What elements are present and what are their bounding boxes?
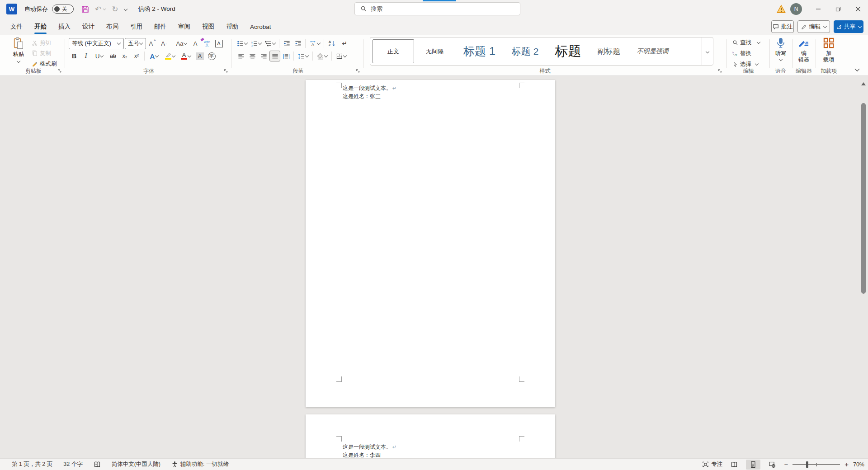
increase-indent-button[interactable] bbox=[292, 38, 303, 49]
tab-review[interactable]: 审阅 bbox=[172, 18, 196, 35]
style-heading-2[interactable]: 标题 2 bbox=[504, 45, 547, 58]
style-subtitle[interactable]: 副标题 bbox=[589, 46, 628, 56]
enclose-characters-button[interactable]: 字 bbox=[206, 51, 217, 61]
word-count-status[interactable]: 32 个字 bbox=[63, 461, 82, 468]
tab-view[interactable]: 视图 bbox=[196, 18, 220, 35]
font-size-combo[interactable]: 五号 bbox=[125, 38, 146, 49]
styles-dialog-launcher[interactable] bbox=[717, 68, 722, 73]
shading-button[interactable] bbox=[315, 51, 330, 61]
subscript-button[interactable]: x₂ bbox=[119, 51, 130, 61]
strikethrough-button[interactable]: ab bbox=[108, 51, 118, 61]
proofing-status[interactable] bbox=[94, 461, 101, 468]
tab-mailings[interactable]: 邮件 bbox=[148, 18, 172, 35]
search-input[interactable] bbox=[371, 5, 506, 12]
tab-design[interactable]: 设计 bbox=[76, 18, 100, 35]
zoom-slider-thumb[interactable] bbox=[806, 461, 808, 468]
comments-button[interactable]: 批注 bbox=[771, 20, 794, 33]
word-app-icon[interactable]: W bbox=[6, 4, 17, 14]
focus-mode-button[interactable]: 专注 bbox=[702, 461, 722, 468]
zoom-level[interactable]: 70% bbox=[853, 461, 864, 468]
dictate-button[interactable]: 听写 bbox=[770, 37, 792, 61]
bullets-button[interactable] bbox=[236, 38, 249, 49]
redo-button[interactable]: ↻ bbox=[112, 5, 118, 14]
tab-insert[interactable]: 插入 bbox=[52, 18, 76, 35]
italic-button[interactable]: I bbox=[80, 51, 91, 61]
grow-font-button[interactable]: A^ bbox=[147, 38, 158, 49]
clipboard-dialog-launcher[interactable] bbox=[57, 68, 62, 73]
style-heading-1[interactable]: 标题 1 bbox=[455, 44, 504, 59]
tab-home[interactable]: 开始 bbox=[28, 18, 52, 35]
editor-button[interactable]: 编 辑器 bbox=[793, 37, 815, 63]
warning-icon[interactable] bbox=[777, 5, 786, 14]
zoom-slider[interactable] bbox=[793, 461, 840, 468]
numbering-button[interactable]: 123 bbox=[250, 38, 263, 49]
highlight-color-button[interactable] bbox=[163, 51, 178, 61]
style-subtle-emphasis[interactable]: 不明显强调 bbox=[628, 47, 676, 56]
language-status[interactable]: 简体中文(中国大陆) bbox=[112, 461, 160, 468]
tab-file[interactable]: 文件 bbox=[5, 18, 28, 35]
read-mode-button[interactable] bbox=[727, 460, 741, 470]
document-page-1[interactable]: 这是一段测试文本。↵ 这是姓名：张三 bbox=[306, 80, 555, 407]
font-name-combo[interactable]: 等线 (中文正文) bbox=[69, 38, 124, 49]
justify-button[interactable] bbox=[269, 51, 280, 61]
search-box[interactable] bbox=[354, 2, 520, 15]
line-spacing-button[interactable] bbox=[296, 51, 311, 61]
paragraph-text[interactable]: 这是姓名：李四 bbox=[343, 451, 381, 458]
vertical-scrollbar[interactable] bbox=[861, 103, 866, 294]
tab-layout[interactable]: 布局 bbox=[100, 18, 124, 35]
font-dialog-launcher[interactable] bbox=[223, 68, 228, 73]
style-no-spacing[interactable]: 无间隔 bbox=[414, 47, 455, 56]
minimize-button[interactable] bbox=[808, 0, 828, 18]
paragraph-text[interactable]: 这是一段测试文本。↵ bbox=[343, 85, 396, 92]
underline-button[interactable]: U bbox=[92, 51, 107, 61]
zoom-out-button[interactable]: − bbox=[784, 461, 788, 468]
character-shading-button[interactable]: A bbox=[194, 51, 205, 61]
replace-button[interactable]: b c 替换 bbox=[731, 49, 761, 58]
cut-button[interactable]: 剪切 bbox=[31, 38, 58, 47]
style-normal[interactable]: 正文 bbox=[373, 39, 414, 63]
sort-button[interactable]: A Z bbox=[326, 38, 339, 49]
save-button[interactable] bbox=[81, 5, 90, 14]
align-center-button[interactable] bbox=[247, 51, 258, 61]
page-number-status[interactable]: 第 1 页，共 2 页 bbox=[12, 461, 52, 468]
account-avatar[interactable]: N bbox=[790, 3, 802, 15]
style-title[interactable]: 标题 bbox=[547, 42, 589, 61]
addins-button[interactable]: 加 载项 bbox=[816, 37, 841, 63]
superscript-button[interactable]: x² bbox=[131, 51, 142, 61]
editing-mode-button[interactable]: 编辑 bbox=[797, 20, 830, 33]
styles-gallery-more-button[interactable] bbox=[702, 38, 713, 65]
restore-button[interactable] bbox=[828, 0, 848, 18]
show-marks-button[interactable]: ↵ bbox=[339, 38, 350, 49]
scroll-up-arrow[interactable] bbox=[861, 82, 866, 85]
copy-button[interactable]: 复制 bbox=[31, 49, 58, 58]
multilevel-list-button[interactable] bbox=[264, 38, 277, 49]
align-left-button[interactable] bbox=[236, 51, 246, 61]
bold-button[interactable]: B bbox=[69, 51, 80, 61]
font-color-button[interactable]: A bbox=[179, 51, 193, 61]
format-painter-button[interactable]: 格式刷 bbox=[31, 59, 58, 68]
change-case-button[interactable]: Aa bbox=[175, 38, 189, 49]
autosave-toggle[interactable]: 关 bbox=[52, 5, 74, 14]
decrease-indent-button[interactable] bbox=[281, 38, 292, 49]
paragraph-text[interactable]: 这是一段测试文本。↵ bbox=[343, 443, 396, 451]
clear-formatting-button[interactable]: A bbox=[190, 38, 201, 49]
find-button[interactable]: 查找 bbox=[731, 38, 761, 47]
align-right-button[interactable] bbox=[258, 51, 269, 61]
shrink-font-button[interactable]: Aˇ bbox=[159, 38, 170, 49]
paragraph-dialog-launcher[interactable] bbox=[355, 68, 360, 73]
web-layout-button[interactable] bbox=[765, 460, 779, 470]
customize-quick-access-button[interactable] bbox=[124, 7, 127, 11]
distribute-button[interactable] bbox=[281, 51, 292, 61]
close-button[interactable] bbox=[848, 0, 868, 18]
text-effects-button[interactable]: A bbox=[147, 51, 162, 61]
tab-references[interactable]: 引用 bbox=[124, 18, 148, 35]
undo-button[interactable]: ↶ bbox=[95, 5, 106, 14]
print-layout-button[interactable] bbox=[746, 460, 760, 470]
tab-help[interactable]: 帮助 bbox=[220, 18, 244, 35]
zoom-in-button[interactable]: + bbox=[844, 461, 849, 468]
share-button[interactable]: 共享 bbox=[834, 20, 863, 33]
collapse-ribbon-button[interactable] bbox=[855, 67, 859, 72]
document-page-2[interactable]: 这是一段测试文本。↵ 这是姓名：李四 bbox=[306, 414, 555, 458]
character-border-button[interactable]: A bbox=[213, 38, 224, 49]
asian-layout-button[interactable]: A bbox=[307, 38, 322, 49]
